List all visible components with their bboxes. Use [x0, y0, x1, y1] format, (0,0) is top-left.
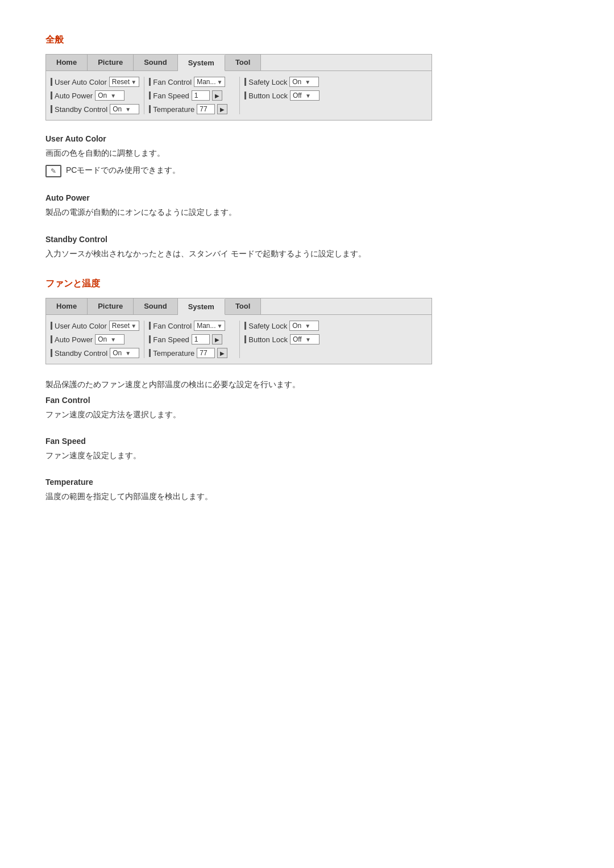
- label-auto-power-1: Auto Power: [55, 92, 93, 100]
- dropdown-user-auto-color-2[interactable]: Reset ▼: [109, 321, 139, 331]
- dropdown-auto-power-2[interactable]: On ▼: [95, 334, 125, 344]
- bar-icon-9: [51, 322, 52, 330]
- bar-icon-8: [244, 92, 246, 99]
- bar-icon-3: [51, 105, 52, 113]
- label-button-lock-2: Button Lock: [248, 335, 288, 344]
- text-fan-control: ファン速度の設定方法を選択します。: [45, 408, 569, 421]
- dropdown-button-lock-2[interactable]: Off ▼: [290, 334, 320, 344]
- dropdown-user-auto-color[interactable]: Reset ▼: [109, 77, 139, 87]
- fan-temp-row-temperature: Temperature 77 ▶: [149, 348, 235, 358]
- tab-picture-2[interactable]: Picture: [88, 298, 134, 314]
- arrow-right-btn-3[interactable]: ▶: [212, 334, 222, 344]
- bar-icon-16: [244, 335, 246, 343]
- fan-temp-row-auto-power: Auto Power On ▼: [51, 334, 139, 344]
- dropdown-safety-lock[interactable]: On ▼: [289, 77, 319, 87]
- label-temperature-2: Temperature: [153, 349, 194, 358]
- dropdown-button-lock[interactable]: Off ▼: [290, 90, 320, 101]
- chevron-down-icon-12: ▼: [305, 337, 317, 343]
- tab-home-1[interactable]: Home: [46, 55, 88, 70]
- arrow-right-btn-4[interactable]: ▶: [217, 348, 227, 358]
- dropdown-standby-control-2[interactable]: On ▼: [110, 348, 139, 358]
- general-tab-bar: Home Picture Sound System Tool: [46, 55, 432, 71]
- tab-tool-2[interactable]: Tool: [225, 298, 261, 314]
- tab-sound-2[interactable]: Sound: [134, 298, 177, 314]
- label-fan-speed-2: Fan Speed: [153, 335, 189, 344]
- tab-home-2[interactable]: Home: [46, 298, 88, 314]
- note-text-pc-mode: PCモードでのみ使用できます。: [66, 164, 180, 176]
- fan-temp-row-fan-speed: Fan Speed 1 ▶: [149, 334, 235, 344]
- fan-temp-menu-body: User Auto Color Reset ▼ Auto Power On ▼: [46, 315, 432, 364]
- label-user-auto-color-2: User Auto Color: [55, 322, 107, 330]
- general-col-1: User Auto Color Reset ▼ Auto Power On ▼: [51, 77, 144, 114]
- tab-system-1[interactable]: System: [178, 55, 225, 71]
- chevron-down-icon-3: ▼: [125, 106, 136, 113]
- tab-picture-1[interactable]: Picture: [88, 55, 134, 70]
- fan-temp-menu-table: Home Picture Sound System Tool User Auto…: [45, 298, 432, 364]
- chevron-down-icon: ▼: [131, 79, 136, 85]
- general-section: 全般 Home Picture Sound System Tool User A…: [45, 34, 569, 260]
- fan-temp-tab-bar: Home Picture Sound System Tool: [46, 298, 432, 315]
- general-desc-auto-power: Auto Power 製品の電源が自動的にオンになるように設定します。: [45, 193, 569, 218]
- dropdown-safety-lock-2[interactable]: On ▼: [289, 321, 319, 331]
- fan-temp-desc-fan-control: Fan Control ファン速度の設定方法を選択します。: [45, 396, 569, 421]
- fan-temp-col-1: User Auto Color Reset ▼ Auto Power On ▼: [51, 321, 144, 358]
- bar-icon-4: [149, 78, 151, 86]
- dropdown-fan-control-2[interactable]: Man... ▼: [194, 321, 225, 331]
- bar-icon-5: [149, 92, 151, 99]
- bar-icon-15: [244, 322, 246, 330]
- general-section-title: 全般: [45, 34, 569, 46]
- fan-temp-row-button-lock: Button Lock Off ▼: [244, 334, 331, 344]
- fan-temp-desc-temperature: Temperature 温度の範囲を指定して内部温度を検出します。: [45, 477, 569, 502]
- fan-temp-intro-text: 製品保護のためファン速度と内部温度の検出に必要な設定を行います。: [45, 378, 569, 391]
- bar-icon-2: [51, 92, 52, 99]
- dropdown-standby-control[interactable]: On ▼: [110, 104, 139, 114]
- general-desc-user-auto-color: User Auto Color 画面の色を自動的に調整します。 ✎ PCモードで…: [45, 134, 569, 177]
- label-fan-speed-1: Fan Speed: [153, 92, 189, 100]
- heading-user-auto-color: User Auto Color: [45, 134, 569, 143]
- fan-temp-row-user-auto-color: User Auto Color Reset ▼: [51, 321, 139, 331]
- bar-icon-1: [51, 78, 52, 86]
- bar-icon-10: [51, 335, 52, 343]
- chevron-down-icon-10: ▼: [217, 323, 223, 329]
- chevron-down-icon-8: ▼: [110, 337, 122, 343]
- value-fan-speed: 1: [192, 90, 210, 101]
- general-row-temperature: Temperature 77 ▶: [149, 104, 235, 114]
- heading-fan-control: Fan Control: [45, 396, 569, 405]
- value-temperature-2: 77: [197, 348, 215, 358]
- arrow-right-btn-1[interactable]: ▶: [212, 90, 222, 101]
- dropdown-fan-control[interactable]: Man... ▼: [194, 77, 225, 87]
- fan-temp-col-3: Safety Lock On ▼ Button Lock Off ▼: [244, 321, 335, 358]
- arrow-right-btn-2[interactable]: ▶: [217, 104, 227, 114]
- general-menu-body: User Auto Color Reset ▼ Auto Power On ▼: [46, 71, 432, 120]
- label-fan-control-1: Fan Control: [153, 78, 192, 86]
- chevron-down-icon-9: ▼: [125, 350, 136, 356]
- fan-temp-section-title: ファンと温度: [45, 278, 569, 290]
- bar-icon-11: [51, 349, 52, 357]
- text-standby-control: 入力ソースが検出されなかったときは、スタンバイ モードで起動するように設定します…: [45, 247, 569, 260]
- general-row-standby-control: Standby Control On ▼: [51, 104, 139, 114]
- chevron-down-icon-7: ▼: [131, 323, 136, 329]
- fan-temp-row-fan-control: Fan Control Man... ▼: [149, 321, 235, 331]
- label-auto-power-2: Auto Power: [55, 335, 93, 344]
- label-safety-lock-2: Safety Lock: [248, 322, 287, 330]
- general-row-fan-control: Fan Control Man... ▼: [149, 77, 235, 87]
- chevron-down-icon-2: ▼: [110, 93, 122, 99]
- tab-system-2[interactable]: System: [178, 299, 225, 315]
- general-col-3: Safety Lock On ▼ Button Lock Off ▼: [244, 77, 335, 114]
- bar-icon-13: [149, 335, 151, 343]
- dropdown-auto-power[interactable]: On ▼: [95, 90, 125, 101]
- bar-icon-14: [149, 349, 151, 357]
- heading-auto-power: Auto Power: [45, 193, 569, 202]
- tab-tool-1[interactable]: Tool: [225, 55, 261, 70]
- tab-sound-1[interactable]: Sound: [134, 55, 177, 70]
- bar-icon-6: [149, 105, 151, 113]
- general-col-2: Fan Control Man... ▼ Fan Speed 1 ▶: [149, 77, 240, 114]
- fan-temp-row-standby-control: Standby Control On ▼: [51, 348, 139, 358]
- chevron-down-icon-6: ▼: [305, 93, 317, 99]
- general-row-auto-power: Auto Power On ▼: [51, 90, 139, 101]
- chevron-down-icon-5: ▼: [305, 79, 316, 85]
- bar-icon-12: [149, 322, 151, 330]
- general-row-safety-lock: Safety Lock On ▼: [244, 77, 331, 87]
- value-fan-speed-2: 1: [192, 334, 210, 344]
- label-temperature-1: Temperature: [153, 105, 194, 114]
